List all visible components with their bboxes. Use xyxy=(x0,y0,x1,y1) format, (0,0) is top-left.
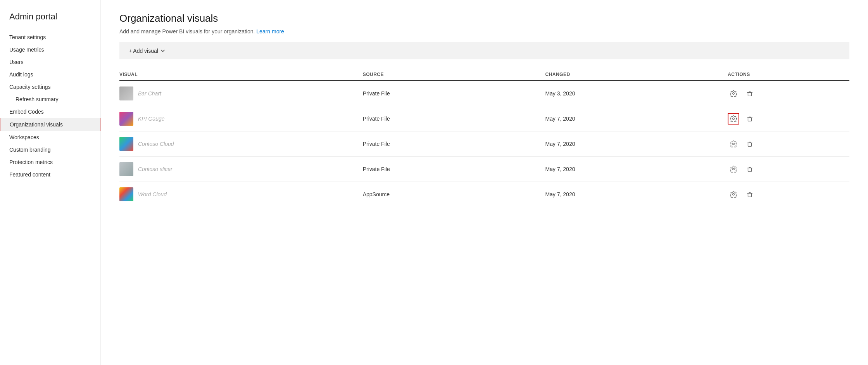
trash-button-1[interactable] xyxy=(744,88,756,99)
actions-cell-1 xyxy=(728,88,849,99)
col-actions: ACTIONS xyxy=(728,72,849,77)
table-row: Contoso slicerPrivate FileMay 7, 2020 xyxy=(119,157,849,182)
visual-thumbnail-1 xyxy=(119,86,133,100)
svg-point-0 xyxy=(733,93,735,95)
changed-cell-3: May 7, 2020 xyxy=(545,141,728,147)
visual-thumbnail-3 xyxy=(119,137,133,151)
sidebar-item-users[interactable]: Users xyxy=(0,56,100,68)
gear-button-3[interactable] xyxy=(728,138,739,150)
trash-icon xyxy=(746,90,753,97)
table-row: Bar ChartPrivate FileMay 3, 2020 xyxy=(119,81,849,106)
main-content: Organizational visuals Add and manage Po… xyxy=(101,0,868,365)
svg-point-2 xyxy=(733,118,735,120)
visual-name-1: Bar Chart xyxy=(138,90,161,97)
svg-point-8 xyxy=(733,194,735,195)
col-source: SOURCE xyxy=(363,72,545,77)
sidebar-item-workspaces[interactable]: Workspaces xyxy=(0,131,100,144)
visual-thumbnail-2 xyxy=(119,112,133,126)
sidebar-item-organizational-visuals[interactable]: Organizational visuals xyxy=(0,118,100,131)
sidebar-item-protection-metrics[interactable]: Protection metrics xyxy=(0,156,100,168)
svg-point-6 xyxy=(733,168,735,170)
sidebar-item-embed-codes[interactable]: Embed Codes xyxy=(0,106,100,118)
actions-cell-2 xyxy=(728,113,849,125)
table-row: Word CloudAppSourceMay 7, 2020 xyxy=(119,182,849,207)
visual-thumbnail-4 xyxy=(119,162,133,176)
app-container: Admin portal Tenant settingsUsage metric… xyxy=(0,0,868,365)
trash-button-2[interactable] xyxy=(744,113,756,125)
trash-button-4[interactable] xyxy=(744,163,756,175)
gear-icon xyxy=(730,166,737,173)
sidebar-item-refresh-summary[interactable]: Refresh summary xyxy=(0,93,100,106)
visual-name-5: Word Cloud xyxy=(138,191,167,197)
table-row: KPI GaugePrivate FileMay 7, 2020 xyxy=(119,106,849,131)
svg-rect-5 xyxy=(748,143,752,146)
visual-name-3: Contoso Cloud xyxy=(138,141,174,147)
gear-button-5[interactable] xyxy=(728,189,739,200)
gear-icon xyxy=(730,115,737,122)
trash-button-5[interactable] xyxy=(744,189,756,200)
visual-cell-3: Contoso Cloud xyxy=(119,137,363,151)
page-subtitle: Add and manage Power BI visuals for your… xyxy=(119,28,849,35)
svg-rect-7 xyxy=(748,168,752,171)
source-cell-1: Private File xyxy=(363,90,545,97)
gear-button-1[interactable] xyxy=(728,88,739,99)
actions-cell-3 xyxy=(728,138,849,150)
source-cell-4: Private File xyxy=(363,166,545,172)
svg-point-4 xyxy=(733,143,735,145)
actions-cell-5 xyxy=(728,189,849,200)
gear-icon xyxy=(730,140,737,147)
sidebar-item-audit-logs[interactable]: Audit logs xyxy=(0,68,100,81)
svg-rect-9 xyxy=(748,193,752,197)
source-cell-5: AppSource xyxy=(363,191,545,197)
col-changed: CHANGED xyxy=(545,72,728,77)
changed-cell-1: May 3, 2020 xyxy=(545,90,728,97)
chevron-down-icon xyxy=(160,48,165,53)
visual-cell-4: Contoso slicer xyxy=(119,162,363,176)
page-title: Organizational visuals xyxy=(119,12,849,24)
changed-cell-5: May 7, 2020 xyxy=(545,191,728,197)
add-visual-button[interactable]: + Add visual xyxy=(126,46,168,55)
gear-icon xyxy=(730,90,737,97)
source-cell-3: Private File xyxy=(363,141,545,147)
actions-cell-4 xyxy=(728,163,849,175)
gear-button-2[interactable] xyxy=(728,113,739,125)
toolbar: + Add visual xyxy=(119,42,849,59)
visual-cell-5: Word Cloud xyxy=(119,187,363,201)
sidebar-title: Admin portal xyxy=(0,8,100,31)
sidebar-item-capacity-settings[interactable]: Capacity settings xyxy=(0,81,100,93)
sidebar-item-usage-metrics[interactable]: Usage metrics xyxy=(0,43,100,56)
visuals-table: VISUAL SOURCE CHANGED ACTIONS Bar ChartP… xyxy=(119,69,849,207)
visual-name-4: Contoso slicer xyxy=(138,166,173,172)
visual-cell-2: KPI Gauge xyxy=(119,112,363,126)
sidebar-item-tenant-settings[interactable]: Tenant settings xyxy=(0,31,100,43)
visual-cell-1: Bar Chart xyxy=(119,86,363,100)
trash-button-3[interactable] xyxy=(744,138,756,150)
table-row: Contoso CloudPrivate FileMay 7, 2020 xyxy=(119,131,849,157)
svg-rect-3 xyxy=(748,118,752,121)
sidebar-item-featured-content[interactable]: Featured content xyxy=(0,168,100,181)
trash-icon xyxy=(746,140,753,147)
source-cell-2: Private File xyxy=(363,116,545,122)
changed-cell-2: May 7, 2020 xyxy=(545,116,728,122)
table-header: VISUAL SOURCE CHANGED ACTIONS xyxy=(119,69,849,81)
learn-more-link[interactable]: Learn more xyxy=(256,28,284,35)
changed-cell-4: May 7, 2020 xyxy=(545,166,728,172)
visual-name-2: KPI Gauge xyxy=(138,116,165,122)
add-visual-label: + Add visual xyxy=(129,48,158,54)
gear-button-4[interactable] xyxy=(728,163,739,175)
trash-icon xyxy=(746,115,753,122)
sidebar: Admin portal Tenant settingsUsage metric… xyxy=(0,0,101,365)
trash-icon xyxy=(746,166,753,173)
gear-icon xyxy=(730,191,737,198)
sidebar-item-custom-branding[interactable]: Custom branding xyxy=(0,144,100,156)
visual-thumbnail-5 xyxy=(119,187,133,201)
svg-rect-1 xyxy=(748,92,752,96)
trash-icon xyxy=(746,191,753,198)
col-visual: VISUAL xyxy=(119,72,363,77)
